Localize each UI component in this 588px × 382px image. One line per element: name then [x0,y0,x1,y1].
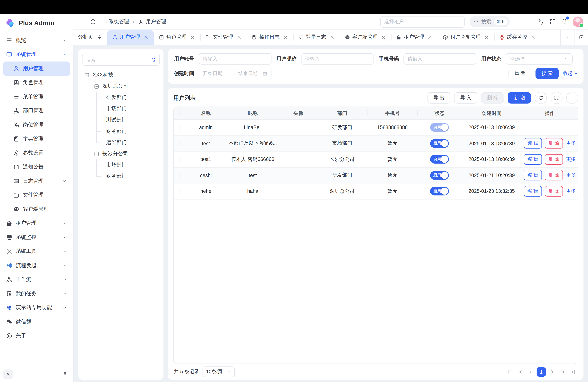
edit-button[interactable]: 编 辑 [524,170,542,181]
more-link[interactable]: 更多 [566,172,576,179]
more-link[interactable]: 更多 [566,140,576,147]
close-icon[interactable] [236,34,242,40]
sidebar-item-11[interactable]: 文件管理 [3,188,70,202]
sidebar-item-4[interactable]: 菜单管理 [3,90,70,104]
tab-7[interactable]: 租户管理 [391,30,438,45]
table-fullscreen-button[interactable] [550,92,562,104]
table-refresh-button[interactable] [535,92,547,104]
row-checkbox[interactable] [180,140,180,147]
row-checkbox[interactable] [180,188,180,194]
sidebar-item-1[interactable]: 系统管理 [3,47,70,62]
sidebar-item-12[interactable]: 客户端管理 [3,202,70,216]
collapse-minus-icon[interactable] [94,151,99,156]
more-link[interactable]: 更多 [566,188,576,195]
sidebar-item-16[interactable]: 流程发起 [3,258,70,273]
delete-button[interactable]: 删 除 [545,138,563,149]
tree-search-input[interactable] [83,57,147,63]
tree-node-0[interactable]: XXX科技 [82,69,160,81]
tab-2[interactable]: 角色管理 [153,30,200,45]
sidebar-item-10[interactable]: DEV日志管理 [3,174,70,188]
sidebar-pin-button[interactable] [61,369,70,379]
tree-node-7[interactable]: 长沙分公司 [82,148,160,159]
current-page[interactable]: 1 [537,367,546,377]
close-icon[interactable] [143,34,149,40]
next-jump-button[interactable] [558,368,567,376]
tab-9[interactable]: 缓存监控 [494,30,541,45]
dark-mode-moon-icon[interactable] [526,18,533,25]
breadcrumb-item-0[interactable]: 系统管理 [101,18,129,25]
close-icon[interactable] [380,34,386,40]
more-link[interactable]: 更多 [566,156,576,163]
settings-gear-icon[interactable] [514,18,521,25]
tree-node-3[interactable]: 市场部门 [82,103,160,114]
sidebar-item-17[interactable]: 工作流 [3,273,70,287]
toolbar-button-3[interactable]: 新 增 [508,92,531,104]
status-toggle[interactable]: 启用 [430,171,449,180]
tab-8[interactable]: 租户套餐管理 [438,30,494,45]
tree-node-9[interactable]: 财务部门 [82,171,160,182]
sidebar-item-18[interactable]: 我的任务 [3,287,70,301]
content-fullscreen-button[interactable] [574,30,588,45]
toolbar-button-2[interactable]: 删 除 [481,92,504,104]
date-range-input[interactable]: 开始日期 → 结束日期 [199,68,272,79]
status-select[interactable]: 请选择 [506,53,573,64]
tab-1[interactable]: 用户管理 [107,30,153,45]
sidebar-item-2[interactable]: 用户管理 [3,62,70,76]
row-checkbox[interactable] [180,124,180,131]
edit-button[interactable]: 编 辑 [524,186,542,196]
close-icon[interactable] [329,34,335,40]
collapse-minus-icon[interactable] [84,72,89,78]
tab-5[interactable]: 登录日志 [293,30,339,45]
search-button[interactable]: 搜 索 [536,68,559,79]
close-icon[interactable] [484,34,489,40]
tree-node-4[interactable]: 测试部门 [82,114,160,126]
tree-node-2[interactable]: 研发部门 [82,92,160,103]
menu-collapse-icon[interactable] [78,18,85,25]
table-settings-button[interactable] [566,92,578,104]
sidebar-item-0[interactable]: 概览 [3,33,70,47]
tree-node-8[interactable]: 市场部门 [82,159,160,171]
sidebar-collapse-button[interactable] [3,369,13,379]
toolbar-button-1[interactable]: 导 入 [454,92,477,104]
sidebar-item-9[interactable]: 通知公告 [3,160,70,174]
refresh-icon[interactable] [90,18,96,25]
global-search[interactable]: 搜索 ⌘ K [469,16,510,27]
breadcrumb-item-1[interactable]: 用户管理 [138,18,166,25]
delete-button[interactable]: 删 除 [545,154,563,165]
filter-input[interactable]: 请输入 [403,53,476,64]
collapse-filters-link[interactable]: 收起 [563,70,578,77]
fullscreen-icon[interactable] [549,18,556,25]
pin-icon[interactable] [97,34,102,40]
status-toggle[interactable]: 启用 [430,123,449,132]
collapse-minus-icon[interactable] [94,84,99,89]
user-avatar[interactable] [573,17,583,27]
close-icon[interactable] [190,34,195,40]
sidebar-item-3[interactable]: 角色管理 [3,76,70,90]
filter-input[interactable]: 请输入 [301,53,374,64]
page-size-select[interactable]: 10条/页 [203,367,235,377]
tree-node-1[interactable]: 深圳总公司 [82,81,160,92]
last-page-button[interactable] [569,368,578,376]
status-toggle[interactable]: 启用 [430,139,449,148]
sidebar-item-21[interactable]: 关于 [3,329,70,343]
tree-refresh-button[interactable] [147,54,159,65]
row-checkbox[interactable] [180,156,180,163]
sidebar-item-14[interactable]: 系统监控 [3,230,70,244]
sidebar-item-20[interactable]: 微信群 [3,315,70,329]
sidebar-item-8[interactable]: 参数设置 [3,146,70,160]
sidebar-item-19[interactable]: 演示站专用功能 [3,301,70,315]
filter-input[interactable]: 请输入 [199,53,272,64]
translate-icon[interactable]: 文A [538,18,544,25]
first-page-button[interactable] [505,368,514,376]
reset-button[interactable]: 重 置 [508,68,531,79]
close-icon[interactable] [427,34,433,40]
next-page-button[interactable] [548,368,556,376]
sidebar-item-7[interactable]: 字典管理 [3,132,70,146]
edit-button[interactable]: 编 辑 [524,154,542,165]
status-toggle[interactable]: 启用 [430,187,449,196]
delete-button[interactable]: 删 除 [545,170,563,181]
status-toggle[interactable]: 启用 [430,155,449,164]
edit-button[interactable]: 编 辑 [524,138,542,149]
select-all-checkbox[interactable] [180,110,180,116]
tree-node-6[interactable]: 运维部门 [82,137,160,148]
